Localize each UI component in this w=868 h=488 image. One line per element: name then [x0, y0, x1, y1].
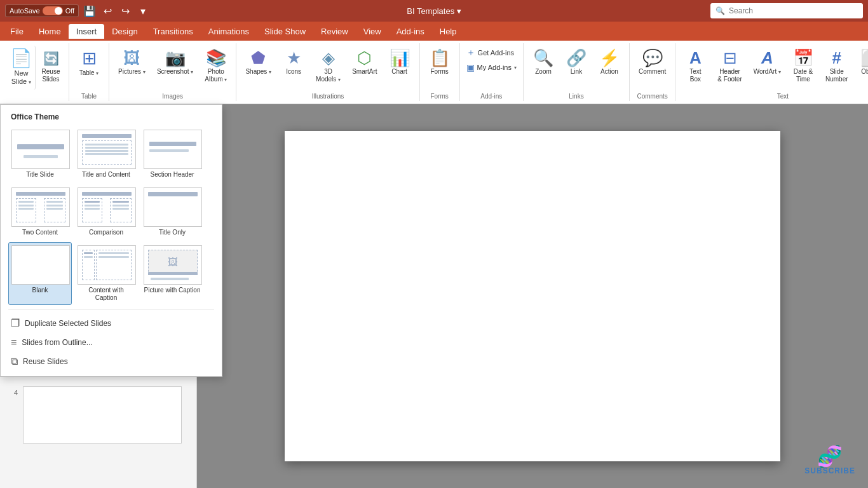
header-footer-button[interactable]: ⊟ Header& Footer: [712, 46, 747, 87]
layout-picture-caption[interactable]: 🖼 Picture with Caption: [140, 242, 204, 305]
screenshot-button[interactable]: 📷 Screenshot ▾: [152, 46, 198, 79]
layout-section-header[interactable]: Section Header: [140, 126, 204, 182]
links-group-items: 🔍 Zoom 🔗 Link ⚡ Action: [527, 43, 625, 93]
slide-number-button[interactable]: # SlideNumber: [820, 46, 853, 87]
layout-thumb-title-only: [144, 187, 202, 227]
reuse-label: Reuse Slides: [23, 357, 68, 366]
table-button[interactable]: ⊞ Table ▾: [73, 46, 105, 81]
layout-thumb-comparison: [78, 187, 136, 227]
pictures-button[interactable]: 🖼 Pictures ▾: [113, 46, 151, 79]
text-group-items: A TextBox ⊟ Header& Footer A WordArt ▾ 📅…: [679, 43, 868, 93]
menu-view[interactable]: View: [356, 24, 389, 39]
subscribe-watermark: 🧬 SUBSCRIBE: [804, 446, 855, 475]
undo-button[interactable]: ↩: [100, 4, 114, 18]
links-group-label: Links: [569, 93, 583, 101]
addins-small-group: ＋ Get Add-ins ▣ My Add-ins ▾: [464, 46, 519, 74]
layout-thumb-section-header: [144, 130, 202, 169]
autosave-switch[interactable]: [43, 6, 63, 15]
ribbon: 📄 NewSlide ▾ 🔄 ReuseSlides ⊞ Table ▾ Tab…: [0, 41, 868, 104]
menu-animations[interactable]: Animations: [201, 24, 257, 39]
menu-file[interactable]: File: [3, 24, 31, 39]
icons-button[interactable]: ★ Icons: [278, 46, 309, 79]
my-addins-icon: ▣: [466, 62, 475, 72]
get-addins-icon: ＋: [466, 47, 475, 58]
search-input[interactable]: [729, 6, 858, 15]
my-addins-label: My Add-ins: [477, 64, 512, 71]
menu-slideshow[interactable]: Slide Show: [257, 24, 313, 39]
title-bar-right: 🔍: [577, 3, 863, 18]
layout-label-picture-caption: Picture with Caption: [144, 287, 201, 294]
reuse-slides-button[interactable]: 🔄 ReuseSlides: [37, 46, 65, 86]
comment-button[interactable]: 💬 Comment: [634, 46, 671, 79]
shapes-button[interactable]: ⬟ Shapes ▾: [240, 46, 276, 79]
outline-icon: ≡: [11, 337, 17, 348]
layout-title-slide[interactable]: Title Slide: [8, 126, 72, 182]
smartart-button[interactable]: ⬡ SmartArt: [347, 46, 382, 79]
3d-models-button[interactable]: ◈ 3DModels ▾: [311, 46, 346, 87]
ribbon-group-images: 🖼 Pictures ▾ 📷 Screenshot ▾ 📚 PhotoAlbum…: [109, 43, 236, 101]
autosave-toggle[interactable]: AutoSave Off: [5, 4, 79, 17]
menu-home[interactable]: Home: [31, 24, 69, 39]
date-time-button[interactable]: 📅 Date &Time: [787, 46, 819, 87]
reuse-slides-action[interactable]: ⧉ Reuse Slides: [6, 352, 217, 371]
canvas-area: 🧬 SUBSCRIBE: [197, 104, 868, 488]
text-group-label: Text: [777, 93, 789, 101]
get-addins-button[interactable]: ＋ Get Add-ins: [464, 46, 519, 60]
addins-group-label: Add-ins: [480, 93, 502, 101]
autosave-state: Off: [65, 7, 74, 15]
slide-thumb-4[interactable]: 4: [5, 384, 191, 446]
link-button[interactable]: 🔗 Link: [560, 46, 592, 79]
search-box[interactable]: 🔍: [710, 3, 863, 18]
menu-addins[interactable]: Add-ins: [389, 24, 432, 39]
slide-thumbnail-4[interactable]: [23, 386, 182, 444]
layout-thumb-two-content: [11, 187, 70, 227]
photo-album-button[interactable]: 📚 PhotoAlbum ▾: [200, 46, 232, 87]
action-button[interactable]: ⚡ Action: [593, 46, 625, 79]
layout-thumb-title-slide: [11, 130, 70, 169]
layout-two-content[interactable]: Two Content: [8, 184, 72, 240]
slide-canvas[interactable]: [285, 131, 780, 461]
zoom-button[interactable]: 🔍 Zoom: [527, 46, 559, 79]
layout-label-title-content: Title and Content: [78, 171, 135, 179]
duplicate-slides-action[interactable]: ❐ Duplicate Selected Slides: [6, 313, 217, 333]
save-button[interactable]: 💾: [83, 4, 97, 18]
object-button[interactable]: ⬜ Object: [855, 46, 868, 79]
my-addins-button[interactable]: ▣ My Add-ins ▾: [464, 61, 519, 74]
search-icon: 🔍: [715, 6, 725, 15]
customize-button[interactable]: ▾: [136, 4, 150, 18]
menu-help[interactable]: Help: [432, 24, 465, 39]
forms-button[interactable]: 📋 Forms: [424, 46, 456, 79]
layout-title-only[interactable]: Title Only: [140, 184, 204, 240]
forms-group-label: Forms: [430, 93, 448, 101]
layout-comparison[interactable]: Comparison: [74, 184, 138, 240]
images-group-label: Images: [162, 93, 183, 101]
menu-insert[interactable]: Insert: [69, 24, 105, 39]
redo-button[interactable]: ↪: [118, 4, 132, 18]
chart-button[interactable]: 📊 Chart: [384, 46, 416, 79]
layout-thumb-title-content: [78, 130, 136, 169]
slides-from-outline-action[interactable]: ≡ Slides from Outline...: [6, 333, 217, 352]
reuse-icon: ⧉: [11, 356, 18, 367]
table-group-items: ⊞ Table ▾: [73, 43, 105, 93]
layout-grid: Title Slide Title and Content: [6, 126, 217, 305]
text-box-button[interactable]: A TextBox: [679, 46, 711, 87]
duplicate-icon: ❐: [11, 317, 20, 329]
menu-design[interactable]: Design: [104, 24, 145, 39]
new-slide-button[interactable]: 📄 NewSlide ▾: [4, 46, 36, 90]
ribbon-group-comments: 💬 Comment Comments: [630, 43, 675, 101]
ribbon-group-slides: 📄 NewSlide ▾ 🔄 ReuseSlides: [0, 43, 69, 101]
addins-group-items: ＋ Get Add-ins ▣ My Add-ins ▾: [464, 43, 519, 93]
menu-review[interactable]: Review: [313, 24, 356, 39]
ribbon-group-illustrations: ⬟ Shapes ▾ ★ Icons ◈ 3DModels ▾ ⬡ SmartA…: [236, 43, 419, 101]
wordart-button[interactable]: A WordArt ▾: [749, 46, 786, 79]
illustrations-group-items: ⬟ Shapes ▾ ★ Icons ◈ 3DModels ▾ ⬡ SmartA…: [240, 43, 415, 93]
layout-label-content-caption: Content with Caption: [78, 287, 135, 302]
comments-group-label: Comments: [637, 93, 668, 101]
menu-transitions[interactable]: Transitions: [146, 24, 201, 39]
layout-content-caption[interactable]: Content with Caption: [74, 242, 138, 305]
layout-blank[interactable]: Blank: [8, 242, 72, 305]
layout-title-content[interactable]: Title and Content: [74, 126, 138, 182]
forms-group-items: 📋 Forms: [424, 43, 456, 93]
layout-thumb-content-caption: [78, 245, 136, 285]
subscribe-label: SUBSCRIBE: [804, 466, 855, 475]
